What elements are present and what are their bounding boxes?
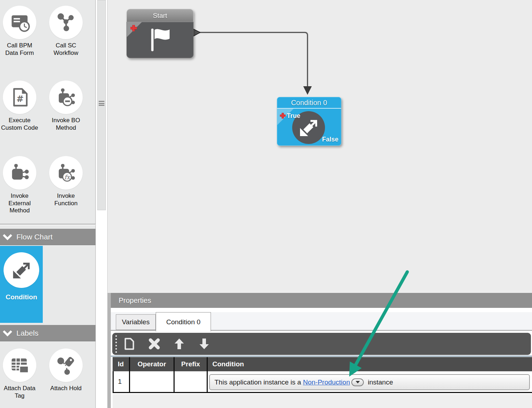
- column-header-id: Id: [113, 357, 130, 371]
- bpm-data-form-icon: [3, 6, 36, 39]
- palette-item-invoke-bo-method[interactable]: Invoke BO Method: [46, 81, 86, 131]
- start-node-title: Start: [126, 9, 193, 22]
- palette-item-attach-data-tag[interactable]: Attach Data Tag: [0, 348, 39, 399]
- condition-text-before: This application instance is a: [215, 378, 301, 386]
- column-header-prefix: Prefix: [175, 357, 208, 371]
- row-operator-cell[interactable]: [130, 371, 175, 392]
- add-marker-icon[interactable]: [279, 112, 286, 119]
- section-header-label: Labels: [16, 329, 38, 337]
- properties-panel-header: Properties: [111, 293, 532, 308]
- splitter-grip-icon[interactable]: [99, 101, 104, 106]
- sc-workflow-icon: [49, 6, 83, 39]
- condition-grid-header: Id Operator Prefix Condition: [113, 357, 532, 371]
- move-down-icon[interactable]: [192, 333, 217, 355]
- tab-condition-0[interactable]: Condition 0: [156, 312, 211, 331]
- condition-text-after: instance: [368, 378, 393, 386]
- false-branch-label[interactable]: False: [322, 136, 339, 143]
- tab-label: Condition 0: [166, 318, 200, 326]
- palette-item-label: Attach Data Tag: [0, 385, 39, 399]
- tab-label: Variables: [122, 318, 150, 326]
- condition-table-row[interactable]: 1 This application instance is a Non-Pro…: [113, 371, 532, 393]
- condition-node[interactable]: Condition 0 True: [277, 97, 341, 146]
- palette-section-divider: [0, 224, 95, 225]
- start-node[interactable]: Start: [126, 9, 193, 58]
- palette-item-attach-hold[interactable]: Attach Hold: [46, 348, 86, 392]
- external-method-icon: [3, 156, 36, 190]
- palette-item-label: Attach Hold: [46, 385, 86, 392]
- custom-code-icon: #: [3, 81, 36, 114]
- data-tag-icon: [3, 348, 36, 382]
- start-flag-icon: [145, 26, 175, 54]
- grid-empty-area: [113, 394, 532, 408]
- palette-item-condition-selected[interactable]: Condition: [0, 246, 43, 323]
- output-port-icon: [193, 29, 200, 36]
- bo-method-icon: [49, 81, 83, 114]
- column-header-condition: Condition: [208, 357, 532, 371]
- new-document-icon[interactable]: [117, 333, 142, 355]
- true-branch-label[interactable]: True: [287, 112, 300, 120]
- toolbar-underline: [111, 356, 532, 357]
- condition-expression-box[interactable]: This application instance is a Non-Produ…: [209, 374, 530, 390]
- non-production-link[interactable]: Non-Production: [303, 378, 350, 386]
- tool-palette: Call BPM Data Form Call SC Workflow: [0, 0, 95, 408]
- function-icon: fx: [49, 156, 83, 190]
- move-up-icon[interactable]: [167, 333, 192, 355]
- properties-title: Properties: [119, 296, 151, 305]
- condition-node-title: Condition 0: [277, 97, 341, 109]
- properties-left-gutter: [108, 293, 111, 408]
- palette-item-label: Invoke BO Method: [46, 117, 86, 131]
- workflow-designer-window: Call BPM Data Form Call SC Workflow: [0, 0, 532, 408]
- chevron-down-icon: [3, 234, 12, 240]
- delete-icon[interactable]: [142, 333, 167, 355]
- palette-item-label: Invoke Function: [46, 192, 86, 207]
- condition-grid-toolbar: [112, 333, 531, 355]
- palette-item-label: Condition: [0, 293, 43, 301]
- start-node-body: [126, 22, 193, 58]
- condition-node-body: True False: [277, 109, 341, 146]
- svg-text:fx: fx: [64, 174, 71, 181]
- section-header-labels[interactable]: Labels: [0, 325, 95, 341]
- splitter-track[interactable]: [97, 0, 106, 210]
- row-condition-cell: This application instance is a Non-Produ…: [208, 371, 532, 392]
- column-header-operator: Operator: [130, 357, 175, 371]
- palette-item-label: Invoke External Method: [0, 192, 39, 215]
- hold-tag-icon: [49, 348, 83, 382]
- properties-tabstrip: Variables Condition 0: [111, 312, 532, 331]
- tab-variables[interactable]: Variables: [116, 314, 156, 330]
- add-marker-icon[interactable]: [129, 24, 138, 32]
- palette-item-invoke-external-method[interactable]: Invoke External Method: [0, 156, 39, 215]
- palette-item-call-bpm-data-form[interactable]: Call BPM Data Form: [0, 6, 39, 57]
- dropdown-caret-icon[interactable]: [351, 378, 364, 386]
- palette-item-label: Call BPM Data Form: [0, 42, 39, 57]
- palette-item-call-sc-workflow[interactable]: Call SC Workflow: [46, 6, 86, 57]
- palette-canvas-splitter[interactable]: [95, 0, 108, 408]
- row-prefix-cell[interactable]: [175, 371, 208, 392]
- palette-item-execute-custom-code[interactable]: # Execute Custom Code: [0, 81, 39, 131]
- workflow-canvas[interactable]: Start Condition 0: [108, 0, 532, 293]
- condition-arrows-icon: [4, 252, 39, 288]
- section-header-label: Flow Chart: [16, 233, 53, 241]
- properties-panel: Properties Variables Condition 0: [108, 293, 532, 408]
- row-id-cell: 1: [113, 371, 130, 392]
- chevron-down-icon: [3, 330, 12, 336]
- palette-item-label: Call SC Workflow: [46, 42, 86, 57]
- palette-item-label: Execute Custom Code: [0, 117, 39, 131]
- palette-item-invoke-function[interactable]: fx Invoke Function: [46, 156, 86, 207]
- section-header-flow-chart[interactable]: Flow Chart: [0, 229, 95, 245]
- svg-text:#: #: [16, 94, 24, 104]
